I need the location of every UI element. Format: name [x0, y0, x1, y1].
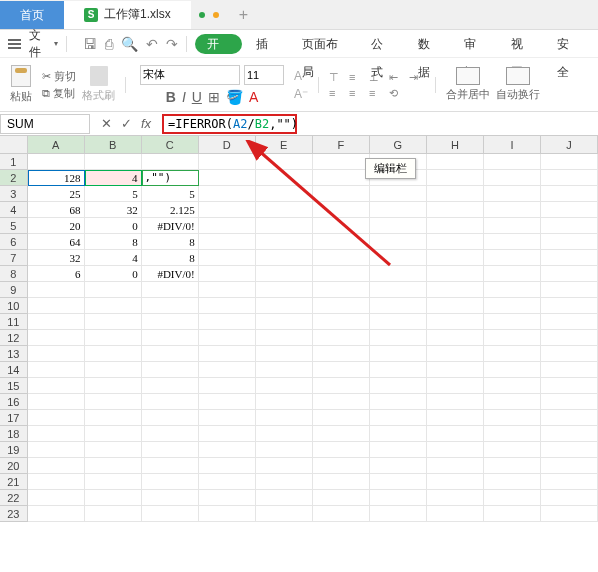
cell-a1[interactable] [28, 154, 85, 170]
cell-g12[interactable] [370, 330, 427, 346]
cell-d23[interactable] [199, 506, 256, 522]
cell-e23[interactable] [256, 506, 313, 522]
cell-a5[interactable]: 20 [28, 218, 85, 234]
cell-j1[interactable] [541, 154, 598, 170]
cell-c10[interactable] [142, 298, 199, 314]
cell-f9[interactable] [313, 282, 370, 298]
cell-b8[interactable]: 0 [85, 266, 142, 282]
cell-c19[interactable] [142, 442, 199, 458]
cut-button[interactable]: ✂剪切 [42, 69, 76, 84]
row-header[interactable]: 9 [0, 282, 28, 298]
cell-h3[interactable] [427, 186, 484, 202]
col-header-c[interactable]: C [142, 136, 199, 154]
cell-b3[interactable]: 5 [85, 186, 142, 202]
cell-g17[interactable] [370, 410, 427, 426]
confirm-formula-button[interactable]: ✓ [118, 116, 134, 131]
cell-f19[interactable] [313, 442, 370, 458]
cell-f11[interactable] [313, 314, 370, 330]
cell-c5[interactable]: #DIV/0! [142, 218, 199, 234]
cell-i4[interactable] [484, 202, 541, 218]
cell-g9[interactable] [370, 282, 427, 298]
increase-font-button[interactable]: A⁺ [294, 69, 308, 83]
cell-d15[interactable] [199, 378, 256, 394]
row-header[interactable]: 21 [0, 474, 28, 490]
fill-color-button[interactable]: 🪣 [226, 89, 243, 105]
cell-j19[interactable] [541, 442, 598, 458]
cell-d8[interactable] [199, 266, 256, 282]
add-tab-button[interactable]: + [239, 6, 248, 24]
cell-g14[interactable] [370, 362, 427, 378]
cell-h16[interactable] [427, 394, 484, 410]
cell-e3[interactable] [256, 186, 313, 202]
cell-i22[interactable] [484, 490, 541, 506]
menu-review[interactable]: 审阅 [454, 30, 497, 58]
cell-f23[interactable] [313, 506, 370, 522]
cell-j15[interactable] [541, 378, 598, 394]
cell-f7[interactable] [313, 250, 370, 266]
row-header[interactable]: 1 [0, 154, 28, 170]
cell-e6[interactable] [256, 234, 313, 250]
cell-i6[interactable] [484, 234, 541, 250]
row-header[interactable]: 14 [0, 362, 28, 378]
undo-icon[interactable]: ↶ [146, 36, 158, 52]
font-name-select[interactable] [140, 65, 240, 85]
cell-d3[interactable] [199, 186, 256, 202]
cell-c18[interactable] [142, 426, 199, 442]
bold-button[interactable]: B [166, 89, 176, 105]
cell-b15[interactable] [85, 378, 142, 394]
col-header-e[interactable]: E [256, 136, 313, 154]
cell-a4[interactable]: 68 [28, 202, 85, 218]
cell-c9[interactable] [142, 282, 199, 298]
cell-g20[interactable] [370, 458, 427, 474]
cell-b9[interactable] [85, 282, 142, 298]
row-header[interactable]: 11 [0, 314, 28, 330]
font-size-select[interactable] [244, 65, 284, 85]
cell-a13[interactable] [28, 346, 85, 362]
cell-h20[interactable] [427, 458, 484, 474]
cell-c20[interactable] [142, 458, 199, 474]
cell-f2[interactable] [313, 170, 370, 186]
cell-i3[interactable] [484, 186, 541, 202]
cell-d12[interactable] [199, 330, 256, 346]
cell-e15[interactable] [256, 378, 313, 394]
cell-c11[interactable] [142, 314, 199, 330]
cell-f4[interactable] [313, 202, 370, 218]
cell-a7[interactable]: 32 [28, 250, 85, 266]
paste-button[interactable]: 粘贴 [10, 65, 32, 104]
cell-c17[interactable] [142, 410, 199, 426]
cell-i21[interactable] [484, 474, 541, 490]
cell-h2[interactable] [427, 170, 484, 186]
cell-a12[interactable] [28, 330, 85, 346]
cell-h1[interactable] [427, 154, 484, 170]
cell-f1[interactable] [313, 154, 370, 170]
cell-e12[interactable] [256, 330, 313, 346]
col-header-j[interactable]: J [541, 136, 598, 154]
cell-d5[interactable] [199, 218, 256, 234]
cell-e22[interactable] [256, 490, 313, 506]
cell-b14[interactable] [85, 362, 142, 378]
cell-c23[interactable] [142, 506, 199, 522]
cell-j3[interactable] [541, 186, 598, 202]
cell-e7[interactable] [256, 250, 313, 266]
cell-d6[interactable] [199, 234, 256, 250]
cell-h18[interactable] [427, 426, 484, 442]
cell-b17[interactable] [85, 410, 142, 426]
cell-d9[interactable] [199, 282, 256, 298]
align-top-button[interactable]: ⊤ [329, 71, 345, 83]
cell-e1[interactable] [256, 154, 313, 170]
cell-e10[interactable] [256, 298, 313, 314]
cell-c13[interactable] [142, 346, 199, 362]
preview-icon[interactable]: 🔍 [121, 36, 138, 52]
cell-e16[interactable] [256, 394, 313, 410]
row-header[interactable]: 22 [0, 490, 28, 506]
cell-f18[interactable] [313, 426, 370, 442]
cell-f8[interactable] [313, 266, 370, 282]
cell-b20[interactable] [85, 458, 142, 474]
cell-a2[interactable]: 128 [28, 170, 85, 186]
cell-c1[interactable] [142, 154, 199, 170]
cell-a16[interactable] [28, 394, 85, 410]
cell-i19[interactable] [484, 442, 541, 458]
cell-g7[interactable] [370, 250, 427, 266]
cell-j23[interactable] [541, 506, 598, 522]
cell-f10[interactable] [313, 298, 370, 314]
